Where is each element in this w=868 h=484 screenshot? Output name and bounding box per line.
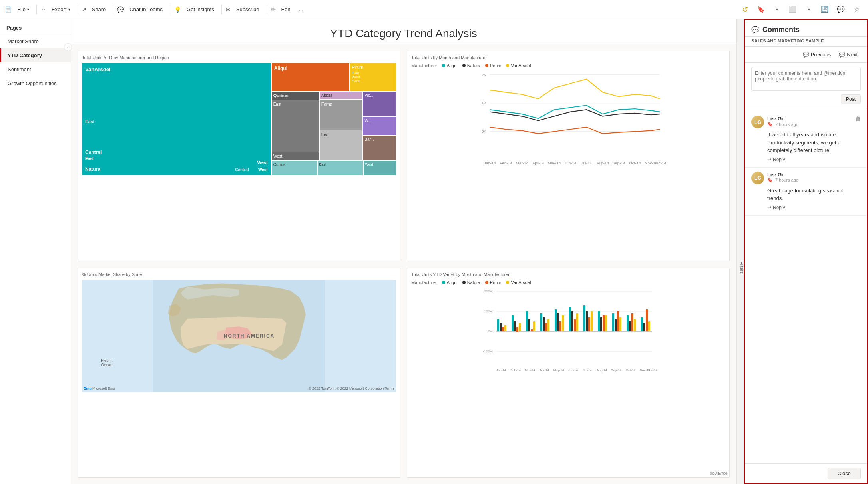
svg-rect-30 xyxy=(502,327,504,331)
subscribe-button[interactable]: Subscribe xyxy=(233,4,263,15)
svg-rect-41 xyxy=(543,317,545,331)
next-button[interactable]: 💬 Next xyxy=(836,50,861,59)
sidebar-item-sentiment[interactable]: Sentiment xyxy=(0,62,71,76)
comments-footer: Close xyxy=(745,463,867,483)
currus-cell[interactable]: Currus xyxy=(272,161,317,175)
treemap-chart: Total Units YTD by Manufacturer and Regi… xyxy=(78,51,400,261)
svg-text:Jun-14: Jun-14 xyxy=(564,161,577,165)
comment-item-1: LG Lee Gu 🔖 7 hours ago 🗑 If we add all … xyxy=(745,112,867,168)
vanarsdel-label: VanArsdel xyxy=(85,66,111,72)
svg-rect-66 xyxy=(631,313,633,331)
share-button[interactable]: Share xyxy=(89,4,109,15)
bookmark-comment-icon-1: 🔖 xyxy=(767,122,773,127)
line-chart: Total Units by Month and Manufacturer Ma… xyxy=(407,51,730,261)
sidebar-collapse-button[interactable]: ‹ xyxy=(64,43,72,51)
svg-rect-54 xyxy=(588,317,590,331)
svg-text:Jul-14: Jul-14 xyxy=(581,161,592,165)
previous-button[interactable]: 💬 Previous xyxy=(800,50,834,59)
comment-input[interactable] xyxy=(751,67,861,91)
svg-rect-37 xyxy=(528,319,530,331)
reload-button[interactable]: 🔄 xyxy=(818,3,831,16)
subscribe-icon: ✉ xyxy=(226,6,231,13)
svg-text:Feb-14: Feb-14 xyxy=(510,368,521,372)
line-chart-svg: 2K 1K 0K Jan-14 Feb-14 Mar-14 Apr-14 xyxy=(411,70,725,166)
star-button[interactable]: ☆ xyxy=(850,3,863,16)
reply-button-1[interactable]: ↩ Reply xyxy=(767,156,785,163)
treemap-visual[interactable]: VanArsdel East Central West Natura Centr… xyxy=(82,63,396,175)
svg-text:Mar-14: Mar-14 xyxy=(516,161,529,165)
bookmark-button[interactable]: 🔖 xyxy=(755,3,767,16)
quibus-west-cell[interactable]: West xyxy=(272,152,319,160)
fama-cell[interactable]: Fama xyxy=(320,100,362,130)
svg-text:Sep-14: Sep-14 xyxy=(613,161,625,165)
treemap-bottom-rows: Quibus East West Abbas Fama Leo xyxy=(272,92,396,160)
abbas-cell[interactable]: Abbas xyxy=(320,92,362,99)
comment-body-2: Great page for isolating seasonal trends… xyxy=(751,187,861,202)
east3-cell[interactable]: East xyxy=(318,161,363,175)
comment-item-2: LG Lee Gu 🔖 7 hours ago Great page for i… xyxy=(745,168,867,216)
treemap-vanarsdel[interactable]: VanArsdel East Central West Natura Centr… xyxy=(82,63,271,175)
svg-text:Jan-14: Jan-14 xyxy=(484,161,496,165)
svg-rect-67 xyxy=(634,319,636,331)
star-icon: ☆ xyxy=(854,6,860,13)
edit-button[interactable]: Edit xyxy=(278,4,293,15)
quibus-east-cell[interactable]: East xyxy=(272,100,319,152)
svg-rect-38 xyxy=(531,329,533,331)
branding-label: obviEnce xyxy=(710,471,728,476)
post-button[interactable]: Post xyxy=(841,94,861,104)
west-bot-label: West xyxy=(258,168,268,172)
divider-5 xyxy=(221,5,222,14)
chat-teams-button[interactable]: Chat in Teams xyxy=(126,4,166,15)
aliqui-cell[interactable]: Aliqui xyxy=(272,63,350,91)
quibus-cell[interactable]: Quibus xyxy=(272,92,319,100)
comments-list: LG Lee Gu 🔖 7 hours ago 🗑 If we add all … xyxy=(745,108,867,463)
comments-subtitle: SALES AND MARKETING SAMPLE xyxy=(745,37,867,47)
view-chevron-button[interactable]: ▾ xyxy=(802,3,815,16)
file-chevron-icon: ▾ xyxy=(27,7,29,12)
divider-6 xyxy=(267,5,267,14)
svg-rect-60 xyxy=(612,313,614,331)
delete-icon-1[interactable]: 🗑 xyxy=(855,116,861,122)
w-cell[interactable]: W... xyxy=(363,117,396,135)
svg-rect-68 xyxy=(641,317,643,331)
more-button[interactable]: ... xyxy=(296,4,307,15)
bar-chart-title: Total Units YTD Var % by Month and Manuf… xyxy=(411,272,725,277)
reply-icon-1: ↩ xyxy=(767,157,771,162)
vanarsdel-dot xyxy=(506,64,509,67)
bar-cell[interactable]: Bar... xyxy=(363,136,396,160)
svg-text:Oct-14: Oct-14 xyxy=(629,161,641,165)
sidebar-item-market-share[interactable]: Market Share xyxy=(0,34,71,48)
leo-cell[interactable]: Leo xyxy=(320,130,362,160)
file-button[interactable]: File ▾ xyxy=(14,4,32,15)
comment-button[interactable]: 💬 xyxy=(834,3,847,16)
west3-cell[interactable]: West xyxy=(364,161,396,175)
svg-rect-62 xyxy=(617,311,619,331)
sidebar-item-ytd-category[interactable]: YTD Category xyxy=(0,48,71,62)
sidebar-item-growth-opportunities[interactable]: Growth Opportunities xyxy=(0,76,71,90)
vic-cell[interactable]: Vic... xyxy=(363,92,396,116)
refresh-button[interactable]: ↺ xyxy=(739,3,751,16)
close-button[interactable]: Close xyxy=(828,468,861,479)
svg-rect-44 xyxy=(555,309,557,331)
bookmark-chevron-button[interactable]: ▾ xyxy=(770,3,783,16)
quibus-col: Quibus East West xyxy=(272,92,319,160)
svg-rect-69 xyxy=(643,323,645,331)
next-icon: 💬 xyxy=(839,52,845,58)
svg-rect-57 xyxy=(600,317,602,331)
bookmark-chevron-icon: ▾ xyxy=(776,7,778,12)
svg-text:Jan-14: Jan-14 xyxy=(496,368,506,372)
get-insights-button[interactable]: Get insights xyxy=(183,4,217,15)
pirum-cell[interactable]: Pirum East West Cent... xyxy=(350,63,396,91)
bar-pirum-dot xyxy=(485,281,488,284)
sidebar: Pages Market Share YTD Category Sentimen… xyxy=(0,19,71,484)
svg-text:Apr-14: Apr-14 xyxy=(540,368,549,372)
view-button[interactable]: ⬜ xyxy=(786,3,799,16)
map-visual[interactable]: NORTH AMERICA PacificOcean Bing Microsof… xyxy=(82,280,396,392)
export-icon: ↔ xyxy=(41,6,46,12)
reply-button-2[interactable]: ↩ Reply xyxy=(767,204,785,211)
comment-meta-1: Lee Gu 🔖 7 hours ago xyxy=(767,116,852,127)
svg-rect-58 xyxy=(603,315,605,331)
filters-panel[interactable]: Filters xyxy=(736,19,744,484)
export-button[interactable]: Export ▾ xyxy=(48,4,74,15)
map-chart: % Units Market Share by State xyxy=(78,268,400,478)
